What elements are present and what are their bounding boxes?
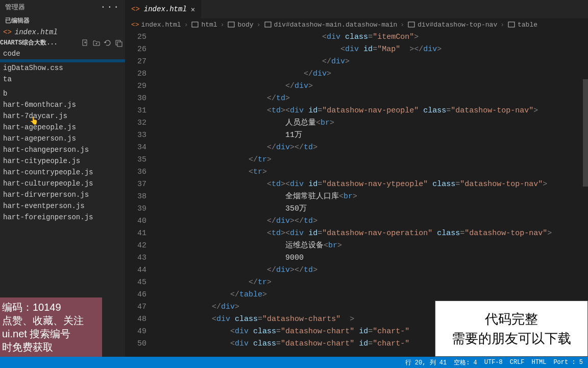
svg-rect-7: [508, 22, 514, 27]
element-icon: [407, 20, 415, 29]
file-tree-item[interactable]: hart-ageperson.js: [0, 133, 125, 144]
file-tree-item[interactable]: hart-changeperson.js: [0, 144, 125, 155]
file-tree-item[interactable]: hart-agepeople.js: [0, 122, 125, 133]
tab-filename: index.html: [144, 5, 187, 13]
promo-overlay: 编码：10149 点赞、收藏、关注 ui.net 搜索编号 时免费获取: [0, 297, 102, 357]
sidebar-title: 管理器: [5, 3, 25, 12]
status-eol[interactable]: CRLF: [510, 359, 525, 366]
html-file-icon: <>: [131, 21, 139, 29]
chevron-right-icon: ›: [500, 21, 504, 29]
breadcrumb-item[interactable]: <>index.html: [131, 21, 181, 29]
status-bar: 行 20, 列 41 空格: 4 UTF-8 CRLF HTML Port : …: [0, 357, 588, 368]
status-port[interactable]: Port : 5: [553, 359, 583, 366]
new-file-icon[interactable]: [81, 39, 89, 47]
promo-line: 点赞、收藏、关注: [2, 314, 100, 327]
status-position[interactable]: 行 20, 列 41: [405, 358, 447, 367]
file-tree-item[interactable]: hart-dirverperson.js: [0, 189, 125, 200]
svg-rect-5: [265, 22, 271, 27]
info-line: 需要的朋友可以下载: [452, 329, 571, 348]
tab-index-html[interactable]: <> index.html ✕: [125, 0, 202, 18]
file-tree-item[interactable]: igDataShow.css: [0, 62, 125, 74]
element-icon: [264, 20, 272, 29]
file-tree-item[interactable]: hart-countrypeople.js: [0, 167, 125, 178]
status-lang[interactable]: HTML: [532, 359, 547, 366]
element-icon: [507, 20, 516, 29]
chevron-right-icon: ›: [220, 21, 225, 29]
close-icon[interactable]: ✕: [191, 5, 195, 14]
line-gutter: 2526272829303132333435363738394041424344…: [125, 31, 157, 357]
file-tree-item[interactable]: b: [0, 88, 125, 99]
file-tree-item[interactable]: hart-eventperson.js: [0, 200, 125, 212]
open-editor-filename: index.html: [15, 28, 58, 36]
promo-line: 编码：10149: [2, 301, 100, 314]
breadcrumb-item[interactable]: table: [507, 20, 537, 29]
file-tree-item[interactable]: ta: [0, 74, 125, 85]
element-icon: [227, 20, 235, 29]
file-tree-item[interactable]: hart-culturepeople.js: [0, 178, 125, 189]
status-encoding[interactable]: UTF-8: [484, 359, 503, 366]
new-folder-icon[interactable]: [92, 39, 101, 47]
tab-bar: <> index.html ✕: [125, 0, 588, 18]
chevron-right-icon: ›: [257, 21, 261, 29]
sidebar-more-icon[interactable]: ···: [101, 2, 120, 12]
mouse-cursor-icon: 👆: [30, 117, 38, 125]
html-file-icon: <>: [131, 5, 140, 13]
promo-line: ui.net 搜索编号: [2, 327, 100, 340]
open-editors-section[interactable]: 已编辑器: [0, 14, 125, 27]
chevron-right-icon: ›: [400, 21, 404, 29]
file-tree-item[interactable]: hart-citypeople.js: [0, 155, 125, 167]
info-overlay: 代码完整 需要的朋友可以下载: [435, 301, 588, 357]
project-name[interactable]: CHARTS综合大数...: [0, 38, 58, 47]
status-spaces[interactable]: 空格: 4: [454, 358, 477, 367]
open-editor-item[interactable]: <> index.html: [0, 27, 125, 37]
breadcrumb-item[interactable]: html: [191, 20, 217, 29]
html-file-icon: <>: [3, 28, 12, 36]
refresh-icon[interactable]: [104, 39, 112, 47]
collapse-icon[interactable]: [115, 39, 123, 47]
file-tree-item[interactable]: code: [0, 48, 125, 59]
breadcrumb-item[interactable]: div#datashow-top-nav: [407, 20, 497, 29]
promo-line: 时免费获取: [2, 340, 100, 354]
chevron-right-icon: ›: [184, 21, 188, 29]
svg-rect-6: [408, 22, 414, 27]
breadcrumb-item[interactable]: body: [227, 20, 253, 29]
breadcrumb[interactable]: <>index.html›html›body›div#datashow-main…: [125, 18, 588, 31]
svg-rect-4: [228, 22, 234, 27]
file-tree-item[interactable]: hart-6monthcar.js: [0, 99, 125, 110]
breadcrumb-item[interactable]: div#datashow-main.datashow-main: [264, 20, 398, 29]
svg-rect-2: [117, 42, 122, 47]
file-tree-item[interactable]: hart-foreignperson.js: [0, 212, 125, 223]
element-icon: [191, 20, 199, 29]
file-tree-item[interactable]: hart-7daycar.js: [0, 110, 125, 122]
svg-rect-3: [192, 22, 198, 27]
info-line: 代码完整: [485, 309, 538, 329]
